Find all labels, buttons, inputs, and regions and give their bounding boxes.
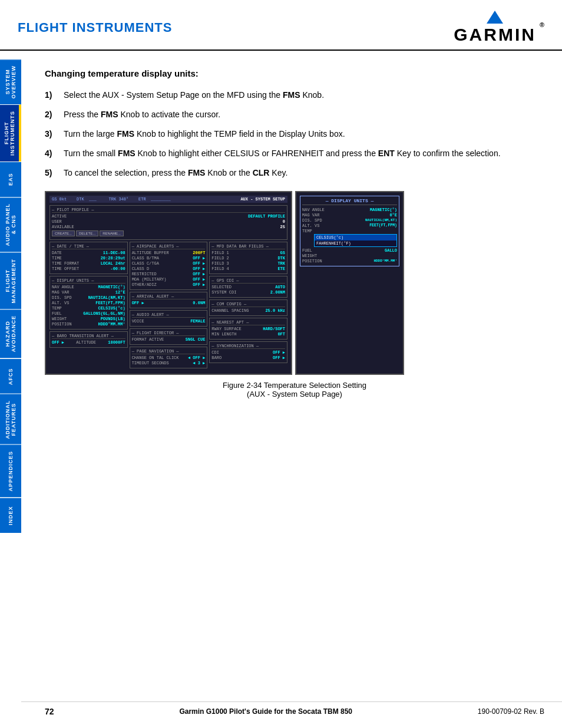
popup-title: — DISPLAY UNITS — [302,198,397,205]
sidebar-item-system-overview[interactable]: SYSTEMOVERVIEW [0,59,21,104]
step-1: 1) Select the AUX - System Setup Page on… [45,89,544,101]
popup-fuel: FUEL GALLO [302,248,397,253]
time-field: TIME 20:28:29ut [52,256,125,261]
step-4: 4) Turn the small FMS Knob to highlight … [45,147,544,160]
screenshot-area: GS 0kt DTK ___ TRK 348° ETR ________ AUX… [45,191,544,398]
figure-caption: Figure 2-34 Temperature Selection Settin… [45,381,544,398]
page-footer: 72 Garmin G1000 Pilot's Guide for the So… [21,701,562,716]
sidebar-item-appendices[interactable]: APPENDICES [0,444,21,498]
sidebar-item-flight-instruments[interactable]: FLIGHTINSTRUMENTS [0,104,21,162]
delete-button[interactable]: DELETE... [76,230,98,236]
footer-page-num: 72 [45,707,54,716]
step-text-4: Turn the small FMS Knob to highlight eit… [64,147,544,160]
airspace-alerts-section: — AIRSPACE ALERTS — ALTITUDE BUFFER 200F… [130,242,208,290]
pilot-profile-title: — PILOT PROFILE — [52,207,285,213]
mfd-header: GS 0kt DTK ___ TRK 348° ETR ________ AUX… [49,196,287,203]
step-num-5: 5) [45,167,58,179]
mfd-screen: GS 0kt DTK ___ TRK 348° ETR ________ AUX… [45,191,292,375]
user-field: USER 0 [52,219,285,224]
figure-caption-line2: (AUX - System Setup Page) [45,390,544,398]
screenshot-container: GS 0kt DTK ___ TRK 348° ETR ________ AUX… [45,191,544,375]
com-config-section: — COM CONFIG — CHANNEL SPACING 25.0 kHz [209,299,287,316]
mfd-mid-col: — AIRSPACE ALERTS — ALTITUDE BUFFER 200F… [130,242,208,370]
step-text-2: Press the FMS Knob to activate the curso… [64,108,544,121]
mfd-right-col: — MFD DATA BAR FIELDS — FIELD 1 GS FIELD… [209,242,287,370]
step-3: 3) Turn the large FMS Knob to highlight … [45,128,544,140]
footer-part-num: 190-00709-02 Rev. B [478,707,544,716]
create-button[interactable]: CREATE... [52,230,75,236]
rename-button[interactable]: RENAME... [100,230,124,236]
popup-weight: WEIGHT [302,253,397,258]
step-5: 5) To cancel the selection, press the FM… [45,167,544,179]
sidebar-item-hazard-avoidance[interactable]: HAZARDAVOIDANCE [0,309,21,358]
audio-alert-section: — AUDIO ALERT — VOICE FEMALE [130,310,208,327]
mfd-main-cols: — DATE / TIME — DATE 11-DEC-08 TIME 20:2… [49,242,287,370]
popup-alt-vs: ALT. VS FEET(FT,FPM) [302,223,397,228]
sidebar-item-audio-panel[interactable]: AUDIO PANEL& CNS [0,197,21,252]
active-field: ACTIVE DEFAULT PROFILE [52,214,285,219]
step-2: 2) Press the FMS Knob to activate the cu… [45,108,544,121]
profile-buttons: CREATE... DELETE... RENAME... [52,230,285,236]
figure-caption-line1: Figure 2-34 Temperature Selection Settin… [45,381,544,390]
sidebar-item-eas[interactable]: EAS [0,162,21,197]
mfd-header-left: GS 0kt DTK ___ TRK 348° ETR ________ [52,197,171,202]
main-content: Changing temperature display units: 1) S… [21,51,562,428]
mfd-header-right: AUX - SYSTEM SETUP [240,197,285,202]
time-offset-field: TIME OFFSET -00:00 [52,266,125,271]
popup-dis-spd: DIS. SPD NAUTICAL(NM,KT) [302,218,397,223]
arrival-alert-section: — ARRIVAL ALERT — OFF ▶ 0.0NM [130,292,208,308]
nearest-apt-section: — NEAREST APT — RWAY SURFACE HARD/SOFT M… [209,318,287,340]
garmin-logo-text: GARMIN [454,25,536,45]
footer-title: Garmin G1000 Pilot's Guide for the Socat… [179,707,352,716]
garmin-logo: GARMIN ® [454,11,544,45]
steps-list: 1) Select the AUX - System Setup Page on… [45,89,544,179]
mfd-left-col: — DATE / TIME — DATE 11-DEC-08 TIME 20:2… [49,242,128,370]
popup-inner: — DISPLAY UNITS — NAV ANGLE MAGNETIC(°) … [300,196,399,266]
step-text-5: To cancel the selection, press the FMS K… [64,167,544,179]
sidebar-item-index[interactable]: INDEX [0,498,21,533]
celsius-option[interactable]: CELSIUS(°c) [315,235,396,241]
date-time-section: — DATE / TIME — DATE 11-DEC-08 TIME 20:2… [49,242,128,274]
sidebar-item-flight-management[interactable]: FLIGHTMANAGEMENT [0,252,21,309]
temp-dropdown[interactable]: CELSIUS(°c) FAHRENHEIT(°F) [314,234,397,247]
date-field: DATE 11-DEC-08 [52,251,125,255]
side-tabs: SYSTEMOVERVIEW FLIGHTINSTRUMENTS EAS AUD… [0,59,21,533]
sidebar-item-afcs[interactable]: AFCS [0,358,21,394]
gps-cdi-section: — GPS CDI — SELECTED AUTO SYSTEM CDI 2.0… [209,276,287,298]
step-num-4: 4) [45,147,58,160]
page-header: FLIGHT INSTRUMENTS GARMIN ® [0,0,562,51]
sidebar-item-additional-features[interactable]: ADDITIONALFEATURES [0,394,21,445]
garmin-reg: ® [540,21,544,28]
section-heading: Changing temperature display units: [45,68,544,78]
flight-director-section: — FLIGHT DIRECTOR — FORMAT ACTIVE SNGL C… [130,328,208,345]
display-units-popup: — DISPLAY UNITS — NAV ANGLE MAGNETIC(°) … [295,191,404,375]
step-text-3: Turn the large FMS Knob to highlight the… [64,128,544,140]
sync-section: — SYNCHRONIZATION — CDI OFF ▶ BARO OFF ▶ [209,341,287,363]
step-num-3: 3) [45,128,58,140]
mfd-data-bar-section: — MFD DATA BAR FIELDS — FIELD 1 GS FIELD… [209,242,287,274]
popup-position: POSITION HDDD°MM.MM' [302,259,397,263]
popup-temp-row: TEMP [302,229,397,233]
popup-mag-var: MAG VAR 0°E [302,213,397,218]
fahrenheit-option[interactable]: FAHRENHEIT(°F) [315,241,396,246]
baro-section: — BARO TRANSITION ALERT — OFF ▶ ALTITUDE… [49,331,128,348]
display-units-section: — DISPLAY UNITS — NAV ANGLE MAGNETIC(°) … [49,276,128,330]
step-text-1: Select the AUX - System Setup Page on th… [64,89,544,101]
available-field: AVAILABLE 25 [52,225,285,229]
time-format-field: TIME FORMAT LOCAL 24hr [52,261,125,266]
page-title: FLIGHT INSTRUMENTS [18,20,172,35]
step-num-1: 1) [45,89,58,101]
popup-nav-angle: NAV ANGLE MAGNETIC(°) [302,207,397,212]
page-nav-section: — PAGE NAVIGATION — CHANGE ON TAL CLICK … [130,347,208,368]
pilot-profile-section: — PILOT PROFILE — ACTIVE DEFAULT PROFILE… [49,205,287,240]
step-num-2: 2) [45,108,58,121]
